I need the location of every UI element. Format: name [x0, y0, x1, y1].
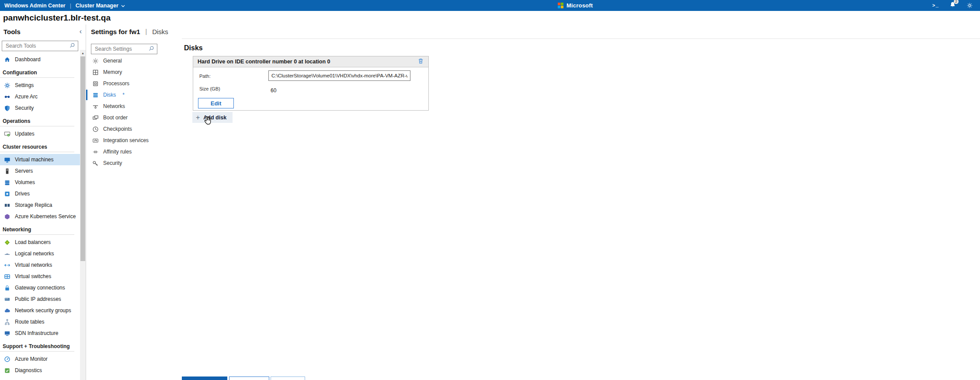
primary-action-button[interactable]: [182, 377, 227, 380]
path-label: Path:: [199, 73, 211, 79]
sidebar-item-azure-monitor[interactable]: Azure Monitor: [0, 353, 80, 365]
sidebar-item-virtual-switches[interactable]: Virtual switches: [0, 271, 80, 282]
diagnostics-icon: [4, 367, 10, 374]
disk-card: Hard Drive on IDE controller number 0 at…: [193, 56, 429, 111]
sidebar-item-boot-order[interactable]: Boot order: [86, 112, 166, 123]
search-icon: [149, 45, 154, 53]
gear-outline-icon: [92, 58, 99, 64]
sidebar-item-affinity-rules[interactable]: Affinity rules: [86, 146, 166, 157]
sidebar-item-label: Volumes: [15, 179, 35, 185]
sidebar-item-network-security-groups[interactable]: Network security groups: [0, 305, 80, 316]
tertiary-action-button[interactable]: [271, 377, 305, 380]
sidebar-item-virtual-networks[interactable]: Virtual networks: [0, 259, 80, 271]
sidebar-item-virtual-machines[interactable]: Virtual machines: [0, 154, 80, 165]
key-icon: [92, 160, 99, 167]
sidebar-item-azure-arc[interactable]: Azure Arc: [0, 91, 80, 102]
network-icon: [92, 103, 99, 110]
boot-order-icon: [92, 115, 99, 121]
sidebar-item-label: Logical networks: [15, 251, 54, 257]
secondary-action-button[interactable]: [229, 377, 269, 380]
size-label: Size (GB): [199, 86, 220, 91]
gear-icon[interactable]: [966, 2, 973, 9]
sidebar-item-security[interactable]: Security: [86, 157, 166, 169]
size-value: 60: [271, 87, 276, 94]
sidebar-item-security[interactable]: Security: [0, 102, 80, 114]
sidebar-item-checkpoints[interactable]: Checkpoints: [86, 123, 166, 135]
sidebar-item-storage-replica[interactable]: Storage Replica: [0, 199, 80, 211]
tools-scrollbar[interactable]: ▲: [80, 50, 86, 380]
tools-nav: DashboardConfigurationSettingsAzure ArcS…: [0, 54, 80, 376]
chevron-down-icon: [121, 3, 125, 9]
settings-search: [91, 44, 157, 54]
sidebar-item-label: Networks: [103, 103, 125, 109]
sidebar-item-label: Processors: [103, 80, 129, 87]
delete-disk-button[interactable]: [417, 58, 424, 66]
module-switcher[interactable]: Cluster Manager: [76, 3, 125, 9]
sidebar-item-label: Affinity rules: [103, 149, 132, 155]
path-input[interactable]: [268, 70, 410, 81]
sidebar-item-label: SDN Infrastructure: [15, 330, 58, 336]
sidebar-item-networks[interactable]: Networks: [86, 101, 166, 112]
section-label-networking: Networking: [0, 227, 74, 235]
storage-replica-icon: [4, 202, 10, 209]
server-icon: [4, 168, 10, 174]
title-bar: panwhcicluster1.blr-test.qa: [0, 11, 980, 24]
sidebar-item-general[interactable]: General: [86, 55, 166, 66]
top-bar: Windows Admin Center | Cluster Manager M…: [0, 0, 980, 11]
scrollbar-thumb[interactable]: [80, 56, 85, 261]
main-panel: Disks Hard Drive on IDE controller numbe…: [182, 24, 980, 380]
terminal-icon[interactable]: >_: [932, 3, 939, 8]
section-label-configuration: Configuration: [0, 70, 74, 78]
sidebar-item-label: Updates: [15, 131, 35, 137]
sidebar-item-memory[interactable]: Memory: [86, 66, 166, 78]
sidebar-item-label: Drives: [15, 191, 30, 197]
sidebar-item-sdn-infrastructure[interactable]: SDN Infrastructure: [0, 328, 80, 339]
volumes-icon: [4, 179, 10, 186]
sidebar-item-label: Settings: [15, 82, 34, 88]
edit-button[interactable]: Edit: [198, 98, 234, 108]
sdn-icon: [4, 330, 10, 337]
sidebar-item-gateway-connections[interactable]: Gateway connections: [0, 282, 80, 293]
checkpoint-icon: [92, 126, 99, 132]
sidebar-item-label: Network security groups: [15, 307, 71, 314]
notification-badge: 2: [954, 0, 959, 4]
nsg-icon: [4, 307, 10, 314]
sidebar-item-integration-services[interactable]: Integration services: [86, 135, 166, 146]
logical-network-icon: [4, 251, 10, 257]
section-label-cluster-resources: Cluster resources: [0, 144, 74, 152]
tools-search-input[interactable]: [5, 42, 70, 49]
disks-icon: [92, 92, 99, 98]
section-label-support-troubleshooting: Support + Troubleshooting: [0, 343, 74, 352]
settings-search-input[interactable]: [94, 45, 149, 52]
sidebar-item-drives[interactable]: Drives: [0, 188, 80, 199]
sidebar-item-azure-kubernetes-service[interactable]: Azure Kubernetes Service: [0, 211, 80, 222]
sidebar-item-dashboard[interactable]: Dashboard: [0, 54, 80, 65]
sidebar-item-label: Virtual switches: [15, 273, 51, 279]
disk-card-header: Hard Drive on IDE controller number 0 at…: [193, 56, 428, 67]
sidebar-item-volumes[interactable]: Volumes: [0, 177, 80, 188]
breadcrumb-separator: |: [146, 28, 147, 35]
sidebar-item-disks[interactable]: Disks*: [86, 89, 166, 101]
sidebar-item-diagnostics[interactable]: Diagnostics: [0, 365, 80, 376]
microsoft-logo-icon: [558, 3, 563, 8]
sidebar-item-route-tables[interactable]: Route tables: [0, 316, 80, 328]
load-balancer-icon: [4, 239, 10, 246]
trash-icon: [417, 58, 424, 66]
app-title: Windows Admin Center: [4, 3, 66, 9]
sidebar-item-servers[interactable]: Servers: [0, 165, 80, 177]
sidebar-item-load-balancers[interactable]: Load balancers: [0, 237, 80, 248]
processor-icon: [92, 80, 99, 87]
sidebar-item-settings[interactable]: Settings: [0, 80, 80, 91]
add-disk-button[interactable]: + Add disk: [192, 112, 233, 123]
vm-icon: [4, 157, 10, 163]
scrollbar-up-arrow-icon[interactable]: ▲: [80, 50, 86, 56]
collapse-panel-button[interactable]: ‹: [80, 28, 82, 35]
sidebar-item-processors[interactable]: Processors: [86, 78, 166, 89]
sidebar-item-updates[interactable]: Updates: [0, 128, 80, 139]
section-heading: Disks: [184, 44, 203, 52]
sidebar-item-public-ip-addresses[interactable]: Public IP addresses: [0, 293, 80, 305]
sidebar-item-label: Boot order: [103, 115, 128, 121]
notifications-button[interactable]: 2: [949, 1, 956, 10]
sidebar-item-logical-networks[interactable]: Logical networks: [0, 248, 80, 259]
settings-nav: GeneralMemoryProcessorsDisks*NetworksBoo…: [86, 55, 166, 169]
